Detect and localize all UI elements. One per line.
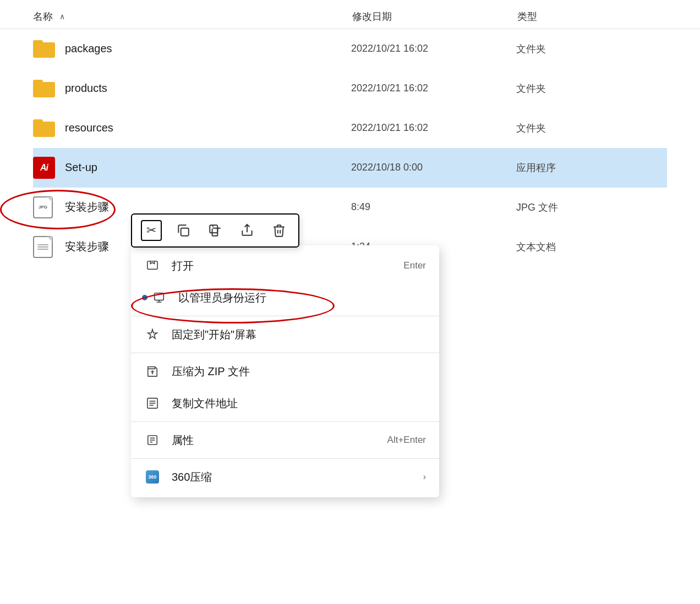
table-row[interactable]: JPG 安装步骤 8:49 JPG 文件 xyxy=(33,188,667,227)
file-list: packages 2022/10/21 16:02 文件夹 products 2… xyxy=(0,29,700,267)
paste-button[interactable] xyxy=(205,220,226,241)
menu-divider xyxy=(131,421,439,422)
file-name: packages xyxy=(65,42,351,55)
menu-label: 属性 xyxy=(172,433,387,448)
copypath-icon xyxy=(144,395,161,411)
table-row[interactable]: resources 2022/10/21 16:02 文件夹 xyxy=(33,108,667,148)
file-type: JPG 文件 xyxy=(516,201,667,214)
svg-rect-1 xyxy=(210,225,217,233)
menu-label: 固定到"开始"屏幕 xyxy=(172,327,426,342)
file-name: 安装步骤 xyxy=(65,200,351,215)
file-explorer: 名称 ∧ 修改日期 类型 packages 2022/10/21 16:02 文… xyxy=(0,0,700,604)
file-date: 2022/10/21 16:02 xyxy=(351,122,516,134)
share-button[interactable] xyxy=(237,220,258,241)
file-date: 2022/10/21 16:02 xyxy=(351,43,516,54)
menu-divider xyxy=(131,316,439,316)
svg-rect-4 xyxy=(155,293,164,300)
menu-item-runas[interactable]: 以管理员身份运行 xyxy=(131,282,439,314)
submenu-arrow: › xyxy=(423,472,426,482)
col-type-header[interactable]: 类型 xyxy=(517,10,667,23)
col-name-header[interactable]: 名称 ∧ xyxy=(33,10,352,23)
menu-shortcut: Alt+Enter xyxy=(387,435,426,446)
file-date: 8:49 xyxy=(351,201,516,213)
folder-icon xyxy=(33,117,55,139)
folder-icon xyxy=(33,38,55,60)
file-date: 2022/10/18 0:00 xyxy=(351,162,516,173)
col-date-header[interactable]: 修改日期 xyxy=(352,10,517,23)
file-type: 文件夹 xyxy=(516,122,667,135)
menu-label: 打开 xyxy=(172,259,403,273)
sort-arrow: ∧ xyxy=(59,12,65,21)
file-type: 文件夹 xyxy=(516,82,667,95)
blue-dot-indicator xyxy=(142,295,147,300)
menu-item-pin[interactable]: 固定到"开始"屏幕 xyxy=(131,319,439,350)
delete-button[interactable] xyxy=(269,220,289,241)
file-type: 应用程序 xyxy=(516,161,667,174)
menu-item-360[interactable]: 360 360压缩 › xyxy=(131,461,439,493)
menu-item-properties[interactable]: 属性 Alt+Enter xyxy=(131,424,439,456)
menu-divider xyxy=(131,458,439,459)
context-menu: 打开 Enter 以管理员身份运行 固定到"开始"屏幕 xyxy=(131,245,439,497)
file-type: 文件夹 xyxy=(516,42,667,56)
column-headers: 名称 ∧ 修改日期 类型 xyxy=(0,0,700,29)
file-type: 文本文档 xyxy=(516,240,667,254)
file-name: resources xyxy=(65,122,351,134)
properties-icon xyxy=(144,432,161,448)
svg-rect-0 xyxy=(181,228,189,236)
admin-icon xyxy=(151,289,167,306)
menu-label: 以管理员身份运行 xyxy=(178,290,426,305)
file-name: products xyxy=(65,82,351,95)
menu-label: 压缩为 ZIP 文件 xyxy=(172,364,426,379)
menu-label: 复制文件地址 xyxy=(172,396,426,411)
context-toolbar: ✂ xyxy=(131,213,299,248)
menu-label: 360压缩 xyxy=(172,470,423,485)
menu-item-zip[interactable]: 压缩为 ZIP 文件 xyxy=(131,355,439,387)
menu-item-open[interactable]: 打开 Enter xyxy=(131,250,439,282)
jpg-file-icon: JPG xyxy=(33,196,55,218)
table-row[interactable]: packages 2022/10/21 16:02 文件夹 xyxy=(33,29,667,69)
360-icon: 360 xyxy=(144,469,161,485)
zip-icon xyxy=(144,363,161,380)
file-date: 2022/10/21 16:02 xyxy=(351,83,516,94)
cut-button[interactable]: ✂ xyxy=(141,220,162,241)
menu-shortcut: Enter xyxy=(403,260,426,271)
pin-icon xyxy=(144,326,161,343)
txt-file-icon xyxy=(33,236,55,258)
menu-divider xyxy=(131,353,439,353)
open-icon xyxy=(144,257,161,274)
copy-button[interactable] xyxy=(173,220,194,241)
menu-item-copypath[interactable]: 复制文件地址 xyxy=(131,387,439,419)
table-row[interactable]: products 2022/10/21 16:02 文件夹 xyxy=(33,69,667,108)
col-name-label: 名称 xyxy=(33,10,53,23)
folder-icon xyxy=(33,78,55,100)
adobe-icon: Ai xyxy=(33,157,55,179)
file-name: Set-up xyxy=(65,161,351,174)
table-row[interactable]: Ai Set-up 2022/10/18 0:00 应用程序 xyxy=(33,148,667,188)
